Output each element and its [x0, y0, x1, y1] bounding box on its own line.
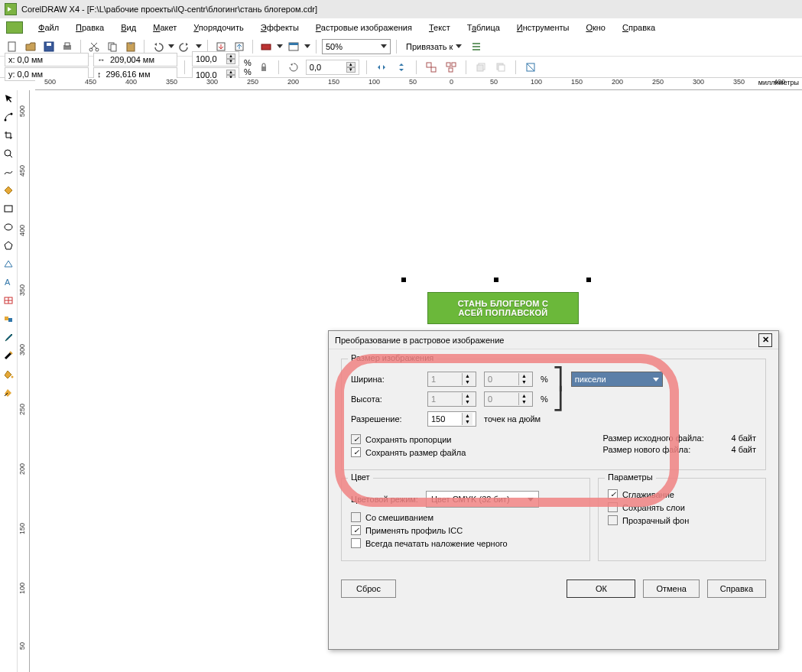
spinner-icon: ▲▼: [518, 393, 529, 405]
menu-file[interactable]: Файл: [31, 21, 67, 34]
rotation-value: 0,0: [310, 63, 321, 72]
width-pct-field: ▲▼: [484, 372, 533, 387]
unit-select[interactable]: пиксели: [571, 372, 663, 387]
resolution-unit: точек на дюйм: [484, 414, 541, 424]
menu-view[interactable]: Вид: [113, 21, 144, 34]
undo-button[interactable]: [150, 39, 165, 54]
print-button[interactable]: [60, 39, 75, 54]
copy-button[interactable]: [105, 39, 120, 54]
spinner-icon: ▲▼: [462, 373, 472, 385]
pick-tool[interactable]: [2, 92, 15, 106]
ellipse-tool[interactable]: [2, 220, 15, 234]
checkbox-label: Применять профиль ICC: [365, 526, 463, 535]
options-group: Параметры ✓Сглаживание Сохранять слои Пр…: [598, 478, 766, 561]
convert-button[interactable]: [523, 60, 538, 75]
spinner-icon: ▲▼: [518, 373, 529, 385]
menu-layout[interactable]: Макет: [145, 21, 184, 34]
resize-handle[interactable]: [494, 278, 498, 282]
menu-table[interactable]: Таблица: [459, 21, 508, 34]
welcome-dropdown-icon[interactable]: [304, 44, 310, 48]
maintain-filesize-checkbox[interactable]: ✓Сохранять размер файла: [351, 447, 466, 457]
shape-tool[interactable]: [2, 110, 15, 124]
basic-shapes-tool[interactable]: [2, 257, 15, 271]
smart-fill-tool[interactable]: [2, 183, 15, 197]
reset-button[interactable]: Сброс: [341, 579, 396, 598]
antialias-checkbox[interactable]: ✓Сглаживание: [608, 489, 756, 499]
app-launcher-button[interactable]: [258, 39, 274, 54]
workspace: A var _rv=[] 500450400350300250200150100…: [0, 90, 802, 672]
colormode-select[interactable]: Цвет CMYK (32 бит): [426, 491, 539, 508]
svg-rect-21: [449, 68, 453, 72]
svg-point-31: [5, 224, 12, 230]
resolution-field[interactable]: ▲▼: [427, 411, 476, 427]
polygon-tool[interactable]: [2, 239, 15, 252]
overprint-black-checkbox[interactable]: Всегда печатать наложение черного: [351, 538, 580, 548]
menu-effects[interactable]: Эффекты: [253, 21, 307, 34]
new-button[interactable]: [5, 39, 20, 54]
svg-point-29: [5, 150, 11, 156]
menu-edit[interactable]: Правка: [68, 21, 112, 34]
app-logo-icon: [5, 3, 17, 15]
mirror-v-button[interactable]: [394, 60, 409, 75]
redo-dropdown-icon[interactable]: [196, 44, 202, 48]
menu-tools[interactable]: Инструменты: [509, 21, 577, 34]
rotation-field[interactable]: 0,0▲▼: [306, 60, 359, 75]
table-tool[interactable]: [2, 294, 15, 307]
interactive-fill-tool[interactable]: [2, 385, 15, 399]
resize-handle[interactable]: [401, 278, 406, 282]
help-button[interactable]: Справка: [707, 579, 766, 598]
spinner-icon[interactable]: ▲▼: [226, 54, 235, 64]
menu-window[interactable]: Окно: [578, 21, 613, 34]
paste-button[interactable]: [123, 39, 138, 54]
eyedropper-tool[interactable]: [2, 330, 15, 344]
open-button[interactable]: [23, 39, 38, 54]
lock-ratio-button[interactable]: [256, 60, 271, 75]
crop-tool[interactable]: [2, 128, 15, 142]
menu-bitmaps[interactable]: Растровые изображения: [308, 21, 420, 34]
menu-text[interactable]: Текст: [421, 21, 458, 34]
canvas[interactable]: 5004504003503002502001501005005010015020…: [30, 90, 802, 672]
ok-button[interactable]: ОК: [567, 579, 635, 598]
undo-dropdown-icon[interactable]: [168, 44, 174, 48]
cut-button[interactable]: [86, 39, 102, 54]
launcher-dropdown-icon[interactable]: [277, 44, 283, 48]
rectangle-tool[interactable]: [2, 202, 15, 216]
to-front-button[interactable]: [473, 60, 489, 75]
mirror-h-button[interactable]: [374, 60, 389, 75]
resize-handle[interactable]: [586, 278, 591, 282]
ungroup-button[interactable]: [424, 60, 439, 75]
welcome-button[interactable]: [286, 39, 301, 54]
save-button[interactable]: [41, 39, 57, 54]
ungroup-all-button[interactable]: [443, 60, 459, 75]
height-label: Высота:: [351, 394, 420, 404]
to-back-button[interactable]: [493, 60, 508, 75]
menu-help[interactable]: Справка: [615, 21, 663, 34]
menu-arrange[interactable]: Упорядочить: [186, 21, 251, 34]
freehand-tool[interactable]: [2, 165, 15, 179]
text-tool[interactable]: A: [2, 275, 15, 289]
redo-button[interactable]: [177, 39, 193, 54]
width-field[interactable]: ↔209,004 мм: [93, 53, 177, 67]
scale-x-field[interactable]: 100,0▲▼: [192, 51, 239, 67]
apply-icc-checkbox[interactable]: ✓Применять профиль ICC: [351, 525, 580, 535]
spinner-icon[interactable]: ▲▼: [346, 62, 356, 73]
cancel-button[interactable]: Отмена: [643, 579, 699, 598]
x-position-field[interactable]: x: 0,0 мм: [5, 53, 89, 67]
width-label: Ширина:: [351, 375, 420, 384]
snap-select[interactable]: Привязать к: [402, 40, 466, 54]
outline-tool[interactable]: [2, 349, 15, 362]
property-bar: x: 0,0 мм y: 0,0 мм ↔209,004 мм ↕296,616…: [0, 57, 802, 78]
options-button[interactable]: [469, 39, 484, 54]
close-button[interactable]: ✕: [758, 333, 772, 347]
selected-bitmap[interactable]: СТАНЬ БЛОГЕРОМ С АСЕЙ ПОПЛАВСКОЙ: [427, 292, 579, 324]
zoom-select[interactable]: 50%: [322, 39, 391, 54]
checkbox-label: Сглаживание: [622, 490, 674, 499]
interactive-tool[interactable]: [2, 312, 15, 326]
fill-tool[interactable]: [2, 367, 15, 381]
percent-label: %: [244, 67, 252, 76]
svg-rect-8: [111, 44, 116, 51]
zoom-tool[interactable]: [2, 147, 15, 161]
spinner-icon[interactable]: ▲▼: [462, 413, 472, 425]
title-bar: CorelDRAW X4 - [F:\L\рабочие проекты\IQ-…: [0, 0, 802, 18]
dialog-title: Преобразование в растровое изображение: [335, 336, 504, 345]
